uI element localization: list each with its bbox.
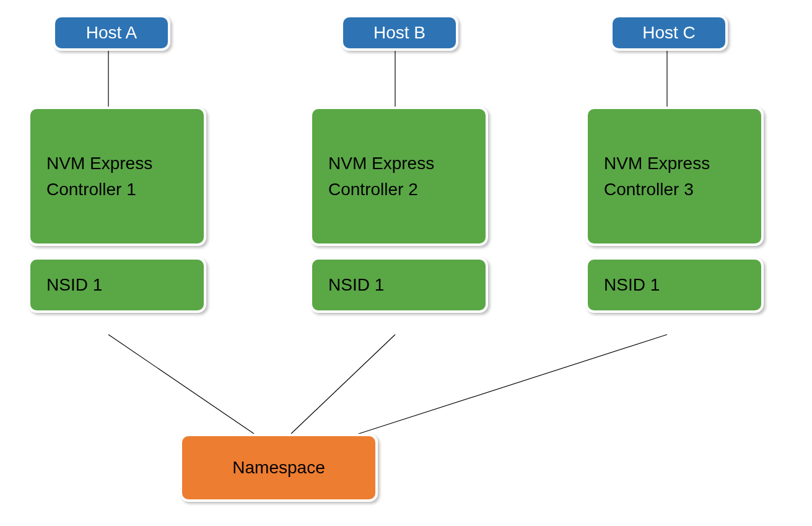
line-nsid-c-to-ns (353, 335, 667, 436)
controller-3-box: NVM Express Controller 3 (585, 107, 764, 246)
nsid-1-a-label: NSID 1 (46, 272, 188, 298)
controller-1-box: NVM Express Controller 1 (28, 107, 206, 246)
namespace-box: Namespace (180, 434, 378, 502)
host-a-box: Host A (53, 15, 170, 51)
nsid-1-b-label: NSID 1 (328, 272, 469, 298)
host-c-box: Host C (610, 15, 728, 51)
line-nsid-b-to-ns (291, 335, 395, 434)
nsid-1-c-label: NSID 1 (604, 272, 745, 298)
host-a-label: Host A (86, 20, 137, 46)
controller-1-label: NVM Express Controller 1 (46, 151, 188, 203)
host-b-box: Host B (341, 15, 458, 51)
line-nsid-a-to-ns (108, 335, 254, 434)
host-b-label: Host B (373, 20, 426, 46)
namespace-label: Namespace (232, 455, 325, 481)
controller-2-box: NVM Express Controller 2 (310, 107, 488, 246)
controller-2-label: NVM Express Controller 2 (328, 151, 469, 203)
nsid-1-a-box: NSID 1 (28, 257, 206, 313)
nsid-1-c-box: NSID 1 (585, 257, 764, 313)
controller-3-label: NVM Express Controller 3 (604, 151, 745, 203)
host-c-label: Host C (642, 20, 696, 46)
nsid-1-b-box: NSID 1 (310, 257, 488, 313)
